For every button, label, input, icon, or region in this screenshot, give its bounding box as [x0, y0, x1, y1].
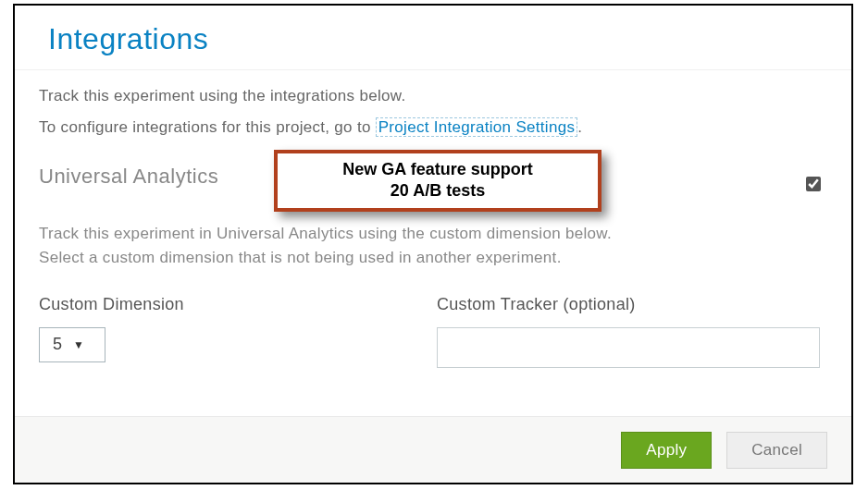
integrations-panel: Integrations Track this experiment using…	[13, 4, 853, 484]
panel-footer: Apply Cancel	[15, 416, 851, 483]
panel-header: Integrations	[15, 6, 851, 70]
callout-line-2: 20 A/B tests	[285, 180, 590, 202]
intro-line-1: Track this experiment using the integrat…	[39, 87, 827, 105]
section-description: Track this experiment in Universal Analy…	[39, 222, 827, 271]
intro-text: Track this experiment using the integrat…	[39, 87, 827, 137]
section-desc-line-1: Track this experiment in Universal Analy…	[39, 222, 827, 246]
page-title: Integrations	[48, 22, 818, 56]
form-row: Custom Dimension 5 ▼ Custom Tracker (opt…	[39, 295, 827, 368]
panel-body: Track this experiment using the integrat…	[39, 87, 827, 368]
intro-line-2: To configure integrations for this proje…	[39, 118, 827, 137]
section-header-row: Universal Analytics New GA feature suppo…	[39, 159, 827, 214]
custom-tracker-input[interactable]	[437, 327, 820, 368]
custom-dimension-select[interactable]: 5 ▼	[39, 327, 105, 362]
custom-tracker-col: Custom Tracker (optional)	[437, 295, 827, 368]
callout-annotation: New GA feature support 20 A/B tests	[274, 150, 601, 212]
intro-line-2-prefix: To configure integrations for this proje…	[39, 118, 376, 136]
custom-dimension-label: Custom Dimension	[39, 295, 429, 314]
callout-line-1: New GA feature support	[285, 159, 590, 180]
apply-button[interactable]: Apply	[621, 432, 712, 469]
cancel-button[interactable]: Cancel	[726, 432, 827, 469]
custom-dimension-value: 5	[53, 335, 62, 354]
custom-dimension-col: Custom Dimension 5 ▼	[39, 295, 429, 368]
custom-tracker-label: Custom Tracker (optional)	[437, 295, 827, 314]
section-title-universal-analytics: Universal Analytics	[39, 165, 218, 189]
section-desc-line-2: Select a custom dimension that is not be…	[39, 246, 827, 270]
universal-analytics-toggle[interactable]	[806, 177, 821, 191]
chevron-down-icon: ▼	[73, 338, 84, 351]
project-integration-settings-link[interactable]: Project Integration Settings	[376, 117, 578, 137]
